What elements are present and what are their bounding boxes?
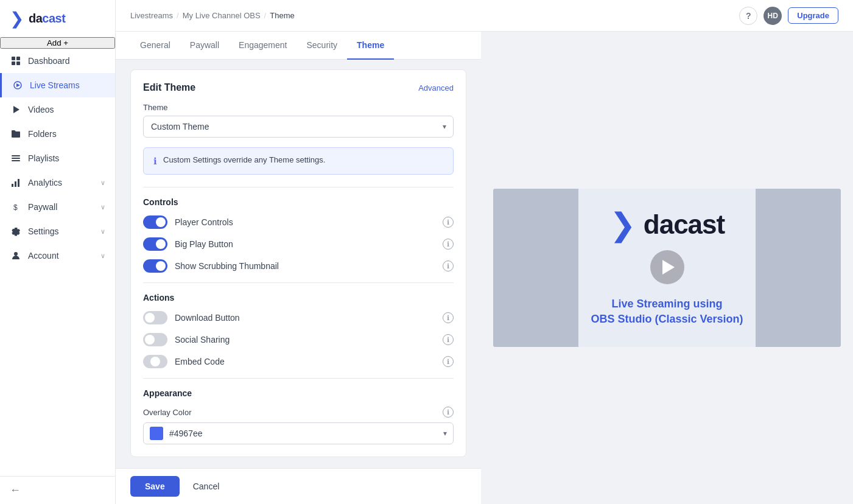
toggle-row-show-scrubbing: Show Scrubbing Thumbnail ℹ (143, 259, 454, 273)
main-content: Livestreams / My Live Channel OBS / Them… (116, 0, 853, 504)
svg-rect-8 (12, 158, 20, 159)
breadcrumb-channel[interactable]: My Live Channel OBS (183, 11, 261, 20)
toggle-label-show-scrubbing: Show Scrubbing Thumbnail (175, 261, 443, 271)
svg-point-14 (14, 252, 18, 256)
sidebar-item-folders[interactable]: Folders (0, 122, 115, 146)
toggle-info-embed-code[interactable]: ℹ (443, 356, 454, 367)
edit-title: Edit Theme (143, 82, 195, 93)
toggle-label-embed-code: Embed Code (175, 357, 443, 366)
overlay-color-row: Overlay Color ℹ (143, 407, 454, 418)
color-select-arrow-icon: ▾ (443, 429, 447, 438)
analytics-chevron-icon: ∨ (100, 179, 105, 187)
play-button-preview (650, 250, 684, 284)
sidebar-item-live-streams[interactable]: Live Streams (0, 73, 115, 97)
preview-caption: Live Streaming using OBS Studio (Classic… (591, 296, 743, 327)
sidebar-item-paywall[interactable]: $ Paywall ∨ (0, 195, 115, 219)
settings-chevron-icon: ∨ (100, 228, 105, 236)
sidebar-bottom: ← (0, 476, 115, 504)
sidebar-item-label-account: Account (28, 251, 59, 261)
content-area: GeneralPaywallEngagementSecurityTheme Ed… (116, 32, 853, 504)
toggle-row-player-controls: Player Controls ℹ (143, 215, 454, 229)
sidebar-item-videos[interactable]: Videos (0, 97, 115, 122)
toggle-big-play-button[interactable] (143, 237, 167, 251)
toggle-social-sharing[interactable] (143, 333, 167, 346)
toggle-download-button[interactable] (143, 311, 167, 324)
tab-general[interactable]: General (130, 32, 180, 60)
tab-engagement[interactable]: Engagement (229, 32, 297, 60)
theme-select-wrapper: Custom Theme Default Theme ▾ (143, 116, 454, 138)
actions-section-title: Actions (143, 293, 454, 303)
toggle-row-social-sharing: Social Sharing ℹ (143, 333, 454, 346)
breadcrumb-current: Theme (270, 11, 294, 20)
play-triangle-icon (662, 260, 675, 275)
edit-header: Edit Theme Advanced (143, 82, 454, 93)
svg-rect-12 (18, 179, 19, 187)
account-icon (10, 250, 22, 262)
video-right-panel (756, 189, 841, 347)
cancel-button[interactable]: Cancel (186, 476, 227, 497)
account-chevron-icon: ∨ (100, 252, 105, 260)
user-avatar-button[interactable]: HD (763, 7, 782, 25)
svg-rect-3 (16, 61, 20, 65)
svg-rect-9 (12, 160, 20, 161)
tab-paywall[interactable]: Paywall (180, 32, 229, 60)
color-value: #4967ee (169, 429, 203, 438)
sidebar-item-playlists[interactable]: Playlists (0, 146, 115, 170)
sidebar-item-label-analytics: Analytics (28, 178, 62, 187)
sidebar-item-label-folders: Folders (28, 129, 57, 139)
toggle-row-download-button: Download Button ℹ (143, 311, 454, 324)
overlay-color-info-icon[interactable]: ℹ (443, 407, 454, 418)
theme-select[interactable]: Custom Theme Default Theme (143, 116, 454, 138)
topbar-actions: ? HD Upgrade (739, 7, 838, 25)
color-picker-row[interactable]: #4967ee ▾ (143, 422, 454, 444)
toggle-info-show-scrubbing[interactable]: ℹ (443, 261, 454, 271)
sidebar-item-analytics[interactable]: Analytics ∨ (0, 170, 115, 195)
toggle-embed-code[interactable] (143, 355, 167, 368)
toggle-info-big-play-button[interactable]: ℹ (443, 239, 454, 250)
divider-appearance (143, 378, 454, 379)
toggle-label-social-sharing: Social Sharing (175, 335, 443, 345)
folders-icon (10, 128, 22, 140)
sidebar-item-settings[interactable]: Settings ∨ (0, 219, 115, 243)
sidebar-item-dashboard[interactable]: Dashboard (0, 49, 115, 73)
controls-list: Player Controls ℹ Big Play Button ℹ Show… (143, 215, 454, 273)
info-text: Custom Settings override any Theme setti… (163, 155, 325, 164)
sidebar-item-account[interactable]: Account ∨ (0, 243, 115, 268)
advanced-link[interactable]: Advanced (418, 83, 454, 93)
tab-security[interactable]: Security (297, 32, 347, 60)
paywall-icon: $ (10, 201, 22, 213)
collapse-sidebar-button[interactable]: ← (10, 484, 21, 496)
preview-logo-icon: ❯ (609, 209, 636, 240)
color-swatch-label: #4967ee (150, 427, 203, 440)
tabs-bar: GeneralPaywallEngagementSecurityTheme (116, 32, 481, 60)
svg-text:$: $ (13, 203, 18, 212)
help-button[interactable]: ? (739, 7, 757, 25)
info-icon: ℹ (153, 156, 157, 167)
sidebar-item-label-live-streams: Live Streams (30, 80, 80, 90)
toggle-label-big-play-button: Big Play Button (175, 239, 443, 249)
dashboard-icon (10, 55, 22, 67)
breadcrumb-sep2: / (264, 11, 267, 20)
color-swatch (150, 427, 163, 440)
video-preview: ❯ dacast Live Streaming using OBS Studio… (493, 189, 841, 347)
upgrade-button[interactable]: Upgrade (788, 7, 838, 24)
toggle-info-player-controls[interactable]: ℹ (443, 217, 454, 228)
edit-panel: Edit Theme Advanced Theme Custom Theme D… (116, 60, 481, 468)
toggle-info-download-button[interactable]: ℹ (443, 312, 454, 323)
controls-section-title: Controls (143, 197, 454, 207)
save-button[interactable]: Save (130, 476, 180, 497)
tab-theme[interactable]: Theme (347, 32, 394, 60)
actions-list: Download Button ℹ Social Sharing ℹ Embed… (143, 311, 454, 368)
videos-icon (10, 103, 22, 116)
breadcrumb-livestreams[interactable]: Livestreams (130, 11, 173, 20)
video-left-panel (493, 189, 578, 347)
toggle-player-controls[interactable] (143, 215, 167, 229)
preview-caption-line1: Live Streaming using (611, 298, 722, 310)
analytics-icon (10, 177, 22, 189)
theme-label: Theme (143, 103, 454, 112)
add-button[interactable]: Add + (0, 37, 115, 49)
toggle-row-big-play-button: Big Play Button ℹ (143, 237, 454, 251)
toggle-show-scrubbing[interactable] (143, 259, 167, 273)
toggle-info-social-sharing[interactable]: ℹ (443, 334, 454, 345)
left-panel: GeneralPaywallEngagementSecurityTheme Ed… (116, 32, 481, 504)
